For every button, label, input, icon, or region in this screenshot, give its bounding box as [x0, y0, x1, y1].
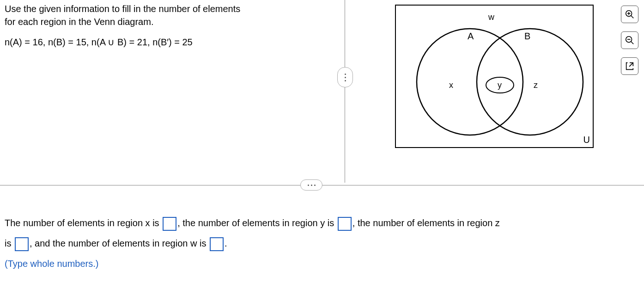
- answer-text-5: , and the number of elements in region w…: [30, 238, 209, 248]
- given-formula: n(A) = 16, n(B) = 15, n(A ∪ B) = 21, n(B…: [5, 37, 323, 48]
- label-x: x: [449, 80, 453, 90]
- input-w[interactable]: [210, 237, 224, 251]
- question-line1: Use the given information to fill in the…: [5, 4, 240, 14]
- answer-text-2: , the number of elements in region y is: [177, 218, 337, 228]
- horizontal-resize-handle[interactable]: [300, 179, 322, 191]
- popout-button[interactable]: [621, 57, 638, 75]
- vertical-resize-handle[interactable]: [337, 67, 353, 87]
- label-u: U: [583, 135, 590, 145]
- input-z[interactable]: [15, 237, 29, 251]
- venn-diagram: w A B x y z U: [395, 5, 598, 153]
- answer-text-1: The number of elements in region x is: [5, 218, 162, 228]
- vertical-divider: [345, 0, 345, 183]
- zoom-out-icon: [625, 35, 635, 45]
- label-a: A: [468, 31, 474, 42]
- label-w: w: [488, 12, 494, 22]
- svg-point-0: [417, 29, 523, 135]
- zoom-in-button[interactable]: [621, 6, 638, 23]
- answer-hint: (Type whole numbers.): [5, 259, 98, 269]
- svg-line-4: [631, 16, 634, 18]
- svg-line-8: [631, 42, 634, 44]
- question-line2: for each region in the Venn diagram.: [5, 17, 153, 27]
- label-z: z: [534, 80, 538, 90]
- label-y: y: [498, 80, 502, 90]
- svg-point-1: [477, 29, 583, 135]
- input-y[interactable]: [338, 217, 352, 231]
- question-prompt: Use the given information to fill in the…: [5, 2, 323, 28]
- answer-text-6: .: [225, 238, 227, 248]
- label-b: B: [524, 31, 530, 42]
- answer-section: The number of elements in region x is , …: [5, 213, 640, 274]
- popout-icon: [625, 61, 635, 71]
- answer-text-3: , the number of elements in region z: [352, 218, 500, 228]
- zoom-out-button[interactable]: [621, 31, 638, 49]
- zoom-in-icon: [625, 9, 635, 19]
- answer-text-4: is: [5, 238, 14, 248]
- svg-line-10: [629, 63, 633, 67]
- input-x[interactable]: [163, 217, 176, 231]
